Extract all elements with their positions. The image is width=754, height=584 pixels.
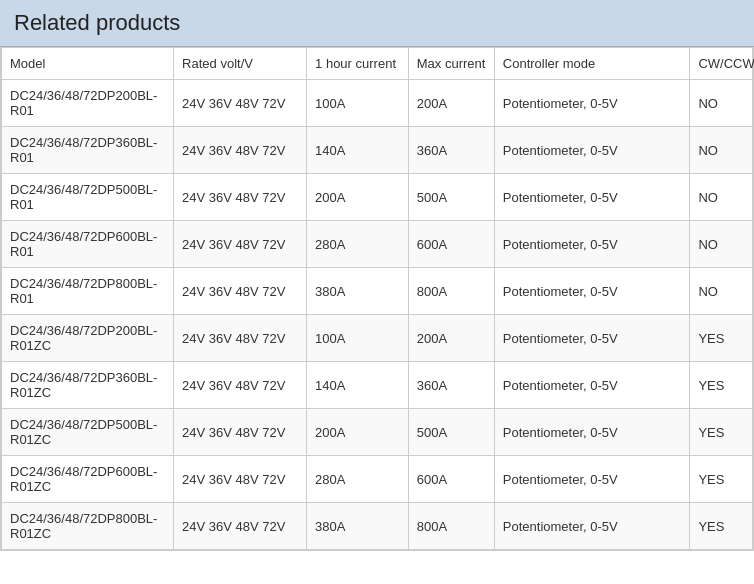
header-max-current: Max current xyxy=(408,48,494,80)
cell-cwccw: NO xyxy=(690,127,753,174)
cell-voltage: 24V 36V 48V 72V xyxy=(174,362,307,409)
header-model: Model xyxy=(2,48,174,80)
cell-model: DC24/36/48/72DP200BL-R01 xyxy=(2,80,174,127)
cell-model: DC24/36/48/72DP800BL-R01 xyxy=(2,268,174,315)
cell-model: DC24/36/48/72DP600BL-R01ZC xyxy=(2,456,174,503)
cell-max_current: 200A xyxy=(408,80,494,127)
cell-max_current: 360A xyxy=(408,127,494,174)
table-row: DC24/36/48/72DP360BL-R01ZC24V 36V 48V 72… xyxy=(2,362,753,409)
cell-max_current: 800A xyxy=(408,268,494,315)
cell-ctrl_mode: Potentiometer, 0-5V xyxy=(494,127,690,174)
cell-hour_current: 140A xyxy=(307,127,409,174)
cell-model: DC24/36/48/72DP200BL-R01ZC xyxy=(2,315,174,362)
cell-cwccw: YES xyxy=(690,362,753,409)
cell-voltage: 24V 36V 48V 72V xyxy=(174,409,307,456)
cell-max_current: 360A xyxy=(408,362,494,409)
table-row: DC24/36/48/72DP200BL-R0124V 36V 48V 72V1… xyxy=(2,80,753,127)
header-ctrl-mode: Controller mode xyxy=(494,48,690,80)
table-row: DC24/36/48/72DP200BL-R01ZC24V 36V 48V 72… xyxy=(2,315,753,362)
cell-cwccw: NO xyxy=(690,174,753,221)
header-row: Model Rated volt/V 1 hour current Max cu… xyxy=(2,48,753,80)
cell-model: DC24/36/48/72DP600BL-R01 xyxy=(2,221,174,268)
cell-max_current: 500A xyxy=(408,174,494,221)
cell-cwccw: YES xyxy=(690,456,753,503)
cell-hour_current: 380A xyxy=(307,503,409,550)
cell-voltage: 24V 36V 48V 72V xyxy=(174,456,307,503)
table-header: Model Rated volt/V 1 hour current Max cu… xyxy=(2,48,753,80)
section-title: Related products xyxy=(0,0,754,47)
header-voltage: Rated volt/V xyxy=(174,48,307,80)
cell-hour_current: 380A xyxy=(307,268,409,315)
cell-voltage: 24V 36V 48V 72V xyxy=(174,80,307,127)
cell-hour_current: 200A xyxy=(307,409,409,456)
cell-model: DC24/36/48/72DP360BL-R01ZC xyxy=(2,362,174,409)
cell-model: DC24/36/48/72DP500BL-R01 xyxy=(2,174,174,221)
cell-max_current: 500A xyxy=(408,409,494,456)
cell-ctrl_mode: Potentiometer, 0-5V xyxy=(494,80,690,127)
cell-cwccw: NO xyxy=(690,80,753,127)
cell-voltage: 24V 36V 48V 72V xyxy=(174,127,307,174)
table-row: DC24/36/48/72DP800BL-R0124V 36V 48V 72V3… xyxy=(2,268,753,315)
cell-cwccw: YES xyxy=(690,409,753,456)
table-row: DC24/36/48/72DP800BL-R01ZC24V 36V 48V 72… xyxy=(2,503,753,550)
cell-cwccw: YES xyxy=(690,315,753,362)
cell-model: DC24/36/48/72DP800BL-R01ZC xyxy=(2,503,174,550)
header-cwccw: CW/CCW xyxy=(690,48,753,80)
page-wrapper: Related products Model Rated volt/V 1 ho… xyxy=(0,0,754,551)
table-row: DC24/36/48/72DP600BL-R01ZC24V 36V 48V 72… xyxy=(2,456,753,503)
table-container: Model Rated volt/V 1 hour current Max cu… xyxy=(0,47,754,551)
cell-max_current: 200A xyxy=(408,315,494,362)
cell-hour_current: 280A xyxy=(307,221,409,268)
table-row: DC24/36/48/72DP360BL-R0124V 36V 48V 72V1… xyxy=(2,127,753,174)
table-row: DC24/36/48/72DP500BL-R01ZC24V 36V 48V 72… xyxy=(2,409,753,456)
cell-ctrl_mode: Potentiometer, 0-5V xyxy=(494,315,690,362)
cell-max_current: 800A xyxy=(408,503,494,550)
cell-hour_current: 200A xyxy=(307,174,409,221)
cell-ctrl_mode: Potentiometer, 0-5V xyxy=(494,268,690,315)
cell-cwccw: NO xyxy=(690,221,753,268)
cell-max_current: 600A xyxy=(408,221,494,268)
cell-ctrl_mode: Potentiometer, 0-5V xyxy=(494,362,690,409)
cell-voltage: 24V 36V 48V 72V xyxy=(174,221,307,268)
cell-model: DC24/36/48/72DP360BL-R01 xyxy=(2,127,174,174)
cell-voltage: 24V 36V 48V 72V xyxy=(174,174,307,221)
cell-hour_current: 100A xyxy=(307,315,409,362)
cell-ctrl_mode: Potentiometer, 0-5V xyxy=(494,174,690,221)
cell-voltage: 24V 36V 48V 72V xyxy=(174,503,307,550)
cell-cwccw: YES xyxy=(690,503,753,550)
cell-ctrl_mode: Potentiometer, 0-5V xyxy=(494,456,690,503)
table-row: DC24/36/48/72DP500BL-R0124V 36V 48V 72V2… xyxy=(2,174,753,221)
header-hour-current: 1 hour current xyxy=(307,48,409,80)
cell-hour_current: 100A xyxy=(307,80,409,127)
cell-hour_current: 140A xyxy=(307,362,409,409)
cell-ctrl_mode: Potentiometer, 0-5V xyxy=(494,409,690,456)
cell-voltage: 24V 36V 48V 72V xyxy=(174,268,307,315)
cell-cwccw: NO xyxy=(690,268,753,315)
cell-max_current: 600A xyxy=(408,456,494,503)
table-body: DC24/36/48/72DP200BL-R0124V 36V 48V 72V1… xyxy=(2,80,753,550)
cell-model: DC24/36/48/72DP500BL-R01ZC xyxy=(2,409,174,456)
cell-hour_current: 280A xyxy=(307,456,409,503)
products-table: Model Rated volt/V 1 hour current Max cu… xyxy=(1,47,753,550)
cell-ctrl_mode: Potentiometer, 0-5V xyxy=(494,503,690,550)
table-row: DC24/36/48/72DP600BL-R0124V 36V 48V 72V2… xyxy=(2,221,753,268)
cell-voltage: 24V 36V 48V 72V xyxy=(174,315,307,362)
cell-ctrl_mode: Potentiometer, 0-5V xyxy=(494,221,690,268)
